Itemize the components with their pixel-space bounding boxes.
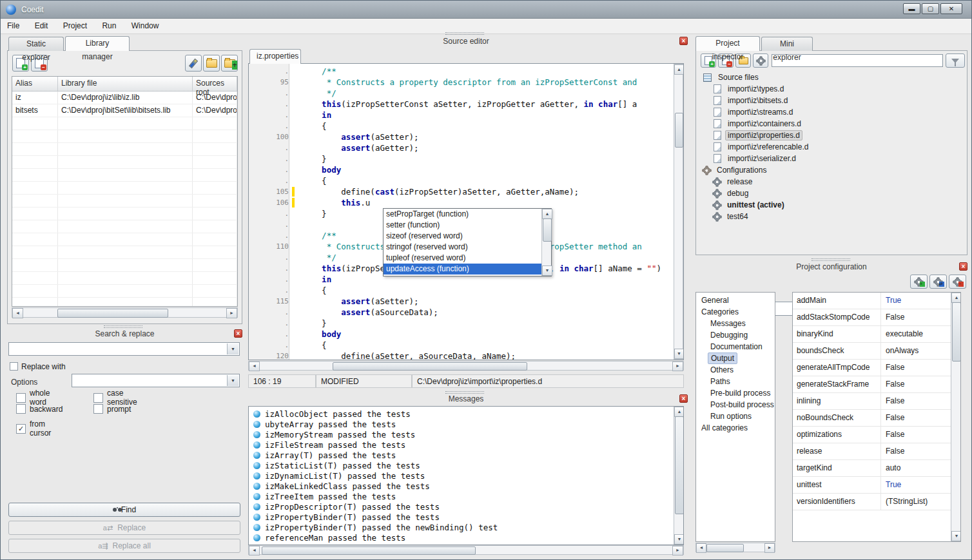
library-table-hscrollbar[interactable]: ◄ ► xyxy=(12,307,238,318)
replace-with-combobox[interactable]: ▼ xyxy=(72,374,240,387)
property-row[interactable]: addMainTrue xyxy=(793,293,951,309)
scroll-thumb[interactable] xyxy=(543,218,552,242)
menu-run[interactable]: Run xyxy=(95,19,122,33)
prompt-checkbox[interactable] xyxy=(93,404,103,414)
property-row[interactable]: addStackStompCodeFalse xyxy=(793,309,951,326)
minimize-button[interactable]: ▬ xyxy=(903,3,920,14)
scroll-down-icon[interactable]: ▼ xyxy=(674,349,684,359)
property-grid-vscrollbar[interactable]: ▲ ▼ xyxy=(951,293,960,541)
splitter-grip[interactable] xyxy=(445,391,484,394)
code-line[interactable]: . { xyxy=(249,175,674,186)
edit-library-button[interactable] xyxy=(185,55,202,72)
case-sensitive-checkbox[interactable] xyxy=(93,393,103,403)
code-line[interactable]: . in xyxy=(249,110,674,121)
code-line[interactable]: . { xyxy=(249,121,674,131)
table-row[interactable] xyxy=(12,169,237,182)
message-item[interactable]: izAllocObject passed the tests xyxy=(249,409,683,419)
scroll-down-icon[interactable]: ▼ xyxy=(951,531,961,541)
property-row[interactable]: unittestTrue xyxy=(793,477,951,494)
table-row[interactable] xyxy=(12,220,237,233)
scroll-thumb[interactable] xyxy=(952,302,961,362)
code-line[interactable]: . assert(aGetter); xyxy=(249,142,674,153)
code-line[interactable]: 106 this.u xyxy=(249,197,674,208)
scroll-right-icon[interactable]: ► xyxy=(226,308,237,318)
tab-mini-explorer[interactable]: Mini explorer xyxy=(761,37,813,51)
property-row[interactable]: binaryKindexecutable xyxy=(793,326,951,343)
tab-iz-properties[interactable]: iz.properties xyxy=(249,49,301,64)
completion-scrollbar[interactable]: ▲ ▼ xyxy=(541,209,551,276)
code-line[interactable]: . this(izPropSetterConst aSetter, izProp… xyxy=(249,99,674,110)
code-line[interactable]: . } xyxy=(249,318,674,329)
tree-item[interactable]: import\iz\bitsets.d xyxy=(701,95,962,106)
category-item[interactable]: Documentation xyxy=(696,341,775,352)
tab-library-manager[interactable]: Library manager xyxy=(65,36,130,51)
close-button[interactable]: ✕ xyxy=(940,3,962,14)
category-item[interactable]: Run options xyxy=(696,410,775,422)
backward-checkbox[interactable] xyxy=(16,404,26,414)
table-row[interactable] xyxy=(12,130,237,143)
table-row[interactable]: bitsetsC:\Dev\dproj\bitSet\lib\bitsets.l… xyxy=(12,104,237,117)
search-option[interactable]: prompt xyxy=(93,404,131,414)
tree-item[interactable]: import\iz\containers.d xyxy=(701,118,962,130)
message-item[interactable]: izStaticList(T) passed the tests xyxy=(249,460,683,470)
message-item[interactable]: izFileStream passed the tests xyxy=(249,439,683,450)
scroll-thumb[interactable] xyxy=(706,544,744,552)
table-row[interactable] xyxy=(12,259,237,272)
message-item[interactable]: izArray(T) passed the tests xyxy=(249,450,683,460)
property-row[interactable]: generateStackFrameFalse xyxy=(793,376,951,393)
scroll-left-icon[interactable]: ◄ xyxy=(696,543,706,553)
menu-window[interactable]: Window xyxy=(125,19,166,33)
scroll-right-icon[interactable]: ► xyxy=(764,543,775,553)
category-item[interactable]: Pre-build process xyxy=(696,387,775,399)
category-item[interactable]: General xyxy=(696,294,775,306)
chevron-down-icon[interactable]: ▼ xyxy=(227,375,238,386)
scroll-up-icon[interactable]: ▲ xyxy=(951,293,961,303)
table-row[interactable] xyxy=(12,117,237,130)
replace-button[interactable]: a⇄ Replace xyxy=(8,521,240,535)
tree-item[interactable]: import\iz\serializer.d xyxy=(701,153,962,164)
table-row[interactable] xyxy=(12,285,237,298)
scroll-left-icon[interactable]: ◄ xyxy=(249,362,260,371)
table-row[interactable]: izC:\Dev\dproj\iz\lib\iz.libC:\Dev\dproj… xyxy=(12,92,237,104)
scroll-up-icon[interactable]: ▲ xyxy=(674,407,684,417)
scroll-right-icon[interactable]: ► xyxy=(672,546,683,555)
code-line[interactable]: . */ xyxy=(249,88,674,99)
completion-item[interactable]: sizeof (reserved word) xyxy=(384,231,541,242)
category-item[interactable]: Post-build process xyxy=(696,399,775,410)
messages-close-button[interactable]: × xyxy=(679,394,688,403)
tree-item[interactable]: Source files xyxy=(701,72,962,83)
editor-hscrollbar[interactable]: ◄ ► xyxy=(248,361,684,371)
code-line[interactable]: 120 define(aSetter, aSourceData, aName); xyxy=(249,351,674,360)
message-item[interactable]: izMemoryStream passed the tests xyxy=(249,429,683,439)
message-item[interactable]: ubyteArray passed the tests xyxy=(249,419,683,429)
code-line[interactable]: 115 assert(aSetter); xyxy=(249,296,674,307)
scroll-down-icon[interactable]: ▼ xyxy=(674,534,684,545)
messages-hscrollbar[interactable]: ◄ ► xyxy=(248,545,684,555)
tree-item[interactable]: import\iz\referencable.d xyxy=(701,141,962,153)
table-row[interactable] xyxy=(12,233,237,246)
filter-button[interactable] xyxy=(946,53,965,68)
completion-item[interactable]: tupleof (reserved word) xyxy=(384,253,541,264)
message-item[interactable]: izPropDescriptor(T) passed the tests xyxy=(249,501,683,512)
whole-word-checkbox[interactable] xyxy=(16,393,26,403)
code-line[interactable]: 95 * Constructs a property descriptor fr… xyxy=(249,77,674,88)
table-row[interactable] xyxy=(12,298,237,307)
category-item[interactable]: All categories xyxy=(696,422,775,434)
message-item[interactable]: izDynamicList(T) passed the tests xyxy=(249,470,683,481)
property-row[interactable]: releaseFalse xyxy=(793,443,951,460)
property-row[interactable]: versionIdentifiers(TStringList) xyxy=(793,494,951,510)
table-row[interactable] xyxy=(12,208,237,220)
col-header-sources-root[interactable]: Sources root xyxy=(193,77,237,91)
completion-item[interactable]: setPropTarget (function) xyxy=(384,209,541,220)
code-line[interactable]: . body xyxy=(249,329,674,340)
message-item[interactable]: referenceMan passed the tests xyxy=(249,532,683,543)
config-close-button[interactable]: × xyxy=(959,262,967,271)
category-item[interactable]: Debugging xyxy=(696,329,775,341)
scroll-down-icon[interactable]: ▼ xyxy=(542,266,552,276)
scroll-thumb[interactable] xyxy=(262,546,476,555)
col-header-alias[interactable]: Alias xyxy=(12,77,58,91)
scroll-left-icon[interactable]: ◄ xyxy=(12,308,23,318)
scroll-right-icon[interactable]: ► xyxy=(672,362,683,371)
tree-item[interactable]: unittest (active) xyxy=(701,199,962,211)
completion-item[interactable]: setter (function) xyxy=(384,220,541,231)
